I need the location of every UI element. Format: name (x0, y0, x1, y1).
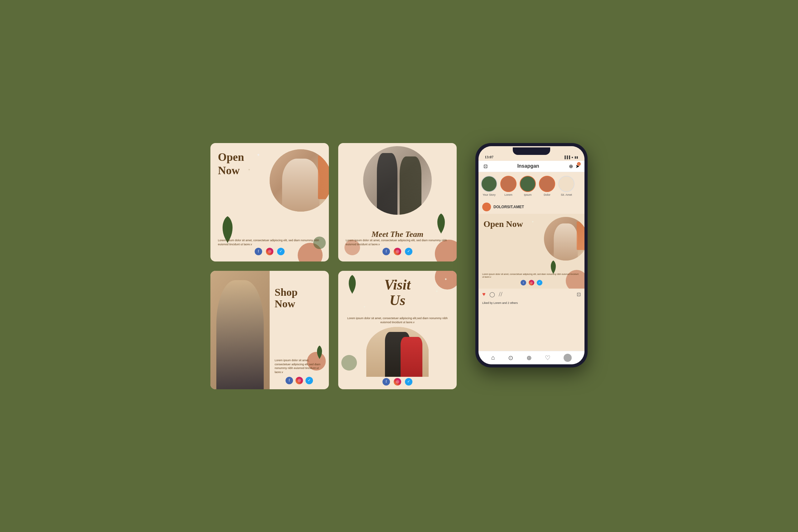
story-lorem-circle (500, 176, 516, 192)
phone-stories: Your Story Lorem Ipsum Dolor (478, 172, 585, 200)
share-icon[interactable]: ⧸⧸ (499, 292, 502, 297)
bookmark-icon[interactable]: ⊡ (577, 291, 581, 297)
facebook-icon-1[interactable]: f (255, 248, 262, 255)
instagram-icon-3[interactable]: ◎ (296, 377, 303, 384)
story-amet-label: Sit. Amet (561, 193, 572, 196)
story-lorem-label: Lorem (505, 193, 512, 196)
card-open-now-title: OpenNow (218, 151, 244, 177)
card-shop-now: ShopNow Lorem ipsum dolor sit amet, cons… (210, 271, 329, 389)
phone-outer: 13:07 ▐▐▐ ● ▮▮ ⊡ Insapgan ⊕ ➤ (475, 143, 588, 367)
phone-liked-by: Liked by Lorem and 2 others (478, 300, 585, 306)
card-visit-us: ✦ ✦ ✦ VisitUs Lorem ipsum dolor sit amet… (338, 271, 457, 389)
facebook-icon-4[interactable]: f (382, 378, 390, 385)
twitter-icon-phone[interactable]: ✓ (537, 280, 543, 285)
phone-post: Open Now ✦ Lorem ipsum dolor sit amet, c… (478, 214, 585, 351)
phone-leaf (547, 259, 559, 276)
phone-username: DOLORSIT.AMET (493, 205, 524, 209)
phone-user-avatar (482, 203, 491, 211)
story-dolor[interactable]: Dolor (539, 176, 555, 196)
card-visit-us-social: f ◎ ✓ (382, 378, 413, 385)
facebook-icon-phone[interactable]: f (520, 280, 526, 285)
phone-post-image: Open Now ✦ Lorem ipsum dolor sit amet, c… (478, 214, 585, 289)
story-amet-circle (558, 176, 574, 192)
story-your[interactable]: Your Story (481, 176, 497, 196)
phone-notch (513, 147, 550, 155)
wifi-icon: ● (571, 155, 573, 159)
phone-nav-bar: ⊡ Insapgan ⊕ ➤ 1 (478, 161, 585, 172)
story-ipsum-circle (520, 176, 536, 192)
story-ipsum-label: Ipsum (524, 193, 532, 196)
notification-badge: 1 (577, 162, 581, 166)
story-ipsum[interactable]: Ipsum (520, 176, 536, 196)
phone-post-social: f ◎ ✓ (520, 280, 543, 285)
phone-app-name: Insapgan (517, 163, 539, 169)
card-meet-team-title: Meet The Team (346, 230, 449, 239)
story-lorem[interactable]: Lorem (500, 176, 516, 196)
card-visit-us-title: VisitUs (338, 277, 457, 308)
instagram-icon-4[interactable]: ◎ (394, 378, 401, 385)
card-shop-now-photo (210, 271, 270, 389)
story-your-label: Your Story (482, 193, 496, 196)
twitter-icon-2[interactable]: ✓ (405, 248, 413, 255)
signal-icon: ▐▐▐ (564, 155, 570, 159)
card-shop-now-content: ShopNow Lorem ipsum dolor sit amet, cons… (270, 271, 329, 389)
card-open-now-body: Lorem ipsum dolor sit amet, consectetuer… (218, 239, 321, 246)
instagram-icon-2[interactable]: ◎ (394, 248, 401, 255)
phone-post-actions: ♥ ◯ ⧸⧸ ⊡ (478, 289, 585, 300)
phone-nav-actions: ⊕ ➤ 1 (569, 163, 580, 169)
like-icon[interactable]: ♥ (482, 291, 486, 298)
star-deco-2: ✦ (248, 168, 250, 171)
facebook-icon-2[interactable]: f (382, 248, 390, 255)
main-container: OpenNow ✦ ✦ Lorem ipsum dolor sit amet, … (192, 125, 606, 408)
card-open-now-photo (270, 149, 329, 212)
phone-bottom-nav: ⌂ ⊙ ⊕ ♡ (478, 351, 585, 364)
twitter-icon-3[interactable]: ✓ (305, 377, 313, 384)
story-dolor-label: Dolor (544, 193, 551, 196)
phone-star-1: ✦ (531, 220, 534, 224)
card-open-now-social: f ◎ ✓ (255, 248, 285, 255)
card-shop-now-title: ShopNow (274, 286, 324, 310)
phone-send-icon[interactable]: ➤ 1 (575, 163, 580, 169)
battery-icon: ▮▮ (574, 155, 578, 159)
phone-user-row: DOLORSIT.AMET (478, 200, 585, 214)
card-meet-team-photo (363, 146, 432, 215)
phone-section: 13:07 ▐▐▐ ● ▮▮ ⊡ Insapgan ⊕ ➤ (475, 143, 588, 367)
phone-camera-icon[interactable]: ⊡ (483, 163, 488, 169)
leaf-decoration-3 (313, 344, 326, 361)
star-deco-1: ✦ (256, 152, 260, 158)
deco-circle-7 (341, 355, 357, 370)
twitter-icon-1[interactable]: ✓ (277, 248, 285, 255)
phone-add-icon[interactable]: ⊕ (569, 163, 573, 169)
nav-profile-icon[interactable] (564, 354, 572, 362)
card-meet-team: Meet The Team Lorem ipsum dolor sit amet… (338, 143, 457, 262)
story-dolor-circle (539, 176, 555, 192)
phone-status-icons: ▐▐▐ ● ▮▮ (564, 152, 578, 159)
instagram-icon-1[interactable]: ◎ (266, 248, 273, 255)
story-your-circle (481, 176, 497, 192)
card-meet-team-body: Lorem ipsum dolor sit amet, consectetuer… (346, 239, 449, 246)
phone-post-photo (544, 217, 585, 261)
story-amet[interactable]: Sit. Amet (558, 176, 574, 196)
phone-screen: 13:07 ▐▐▐ ● ▮▮ ⊡ Insapgan ⊕ ➤ (478, 146, 585, 364)
card-shop-now-social: f ◎ ✓ (286, 377, 313, 384)
cards-grid: OpenNow ✦ ✦ Lorem ipsum dolor sit amet, … (210, 143, 457, 389)
phone-post-title-text: Open Now (483, 219, 523, 229)
instagram-icon-phone[interactable]: ◎ (529, 280, 534, 285)
facebook-icon-3[interactable]: f (286, 377, 293, 384)
phone-post-body-text: Lorem ipsum dolor sit amet, consectetuer… (482, 273, 581, 278)
nav-heart-icon[interactable]: ♡ (545, 354, 551, 362)
card-visit-us-photo (366, 327, 429, 377)
nav-home-icon[interactable]: ⌂ (491, 354, 495, 361)
phone-time: 13:07 (485, 151, 493, 159)
twitter-icon-4[interactable]: ✓ (405, 378, 413, 385)
card-open-now: OpenNow ✦ ✦ Lorem ipsum dolor sit amet, … (210, 143, 329, 262)
comment-icon[interactable]: ◯ (489, 291, 495, 297)
card-visit-us-body: Lorem ipsum dolor sit amet, consectetuer… (346, 316, 449, 324)
nav-search-icon[interactable]: ⊙ (508, 354, 513, 362)
nav-add-icon[interactable]: ⊕ (527, 354, 532, 362)
card-meet-team-social: f ◎ ✓ (382, 248, 413, 255)
